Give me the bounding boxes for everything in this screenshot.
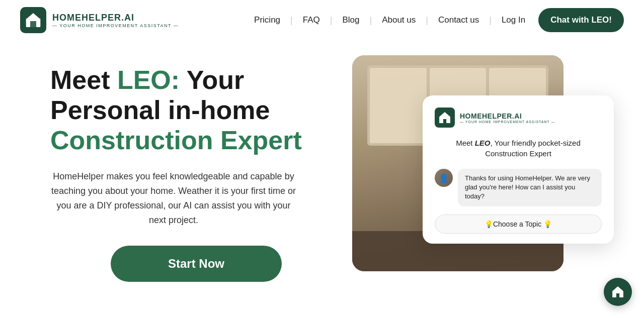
chat-avatar: 👤: [435, 169, 453, 187]
hero-start-button[interactable]: Start Now: [111, 246, 282, 282]
chat-logo-title: HOMEHELPER.AI: [460, 112, 555, 120]
logo-title: HOMEHELPER.AI: [52, 13, 179, 23]
hero-description: HomeHelper makes you feel knowledgeable …: [50, 169, 297, 227]
fab-button[interactable]: [604, 278, 632, 306]
nav-item-about[interactable]: About us: [377, 11, 421, 29]
chat-leo-name: LEO: [475, 139, 491, 147]
chat-card: HOMEHELPER.AI — YOUR HOME IMPROVEMENT AS…: [423, 95, 614, 244]
nav-item-pricing[interactable]: Pricing: [249, 11, 285, 29]
choose-topic-button[interactable]: 💡Choose a Topic 💡: [435, 215, 602, 234]
chat-intro: Meet LEO, Your friendly pocket-sizedCons…: [435, 138, 602, 159]
chat-logo-text: HOMEHELPER.AI — YOUR HOME IMPROVEMENT AS…: [460, 112, 555, 124]
nav-item-blog[interactable]: Blog: [337, 11, 364, 29]
chat-bubble: Thanks for using HomeHelper. We are very…: [458, 169, 602, 206]
headline-accent: Construction Expert: [50, 126, 302, 155]
nav-divider-5: |: [489, 15, 492, 26]
chat-logo-subtitle: — YOUR HOME IMPROVEMENT ASSISTANT —: [460, 120, 555, 124]
chat-message: 👤 Thanks for using HomeHelper. We are ve…: [435, 169, 602, 206]
headline-meet: Meet: [50, 65, 117, 94]
svg-rect-2: [30, 21, 36, 27]
logo-text: HOMEHELPER.AI — YOUR HOME IMPROVEMENT AS…: [52, 13, 179, 28]
hero-right: HOMEHELPER.AI — YOUR HOME IMPROVEMENT AS…: [352, 55, 604, 318]
logo[interactable]: HOMEHELPER.AI — YOUR HOME IMPROVEMENT AS…: [20, 7, 179, 33]
chat-logo-icon: [435, 108, 455, 128]
navbar: HOMEHELPER.AI — YOUR HOME IMPROVEMENT AS…: [0, 0, 644, 40]
headline-leo: LEO:: [117, 65, 180, 94]
nav-item-faq[interactable]: FAQ: [298, 11, 325, 29]
logo-icon: [20, 7, 46, 33]
nav-divider-3: |: [369, 15, 372, 26]
logo-subtitle: — YOUR HOME IMPROVEMENT ASSISTANT —: [52, 23, 179, 28]
hero-section: Meet LEO: YourPersonal in-home Construct…: [0, 40, 644, 318]
hero-left: Meet LEO: YourPersonal in-home Construct…: [50, 55, 342, 282]
cabinet-door-1: [369, 67, 427, 144]
nav-divider-4: |: [426, 15, 428, 26]
hero-headline: Meet LEO: YourPersonal in-home Construct…: [50, 65, 342, 155]
nav-cta-button[interactable]: Chat with LEO!: [538, 8, 624, 32]
nav-divider-2: |: [330, 15, 333, 26]
nav-links: Pricing | FAQ | Blog | About us | Contac…: [249, 8, 624, 32]
nav-divider-1: |: [290, 15, 293, 26]
chat-card-logo: HOMEHELPER.AI — YOUR HOME IMPROVEMENT AS…: [435, 108, 602, 128]
nav-item-contact[interactable]: Contact us: [433, 11, 484, 29]
nav-login-link[interactable]: Log In: [497, 11, 530, 29]
